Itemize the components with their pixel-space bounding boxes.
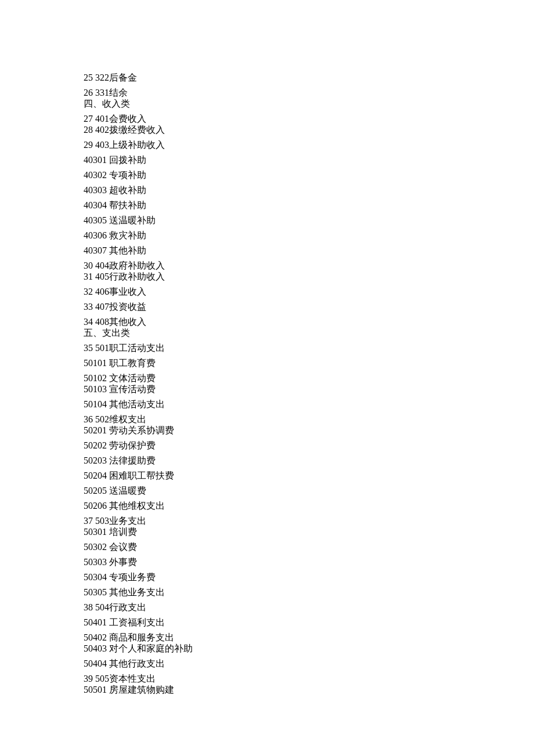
text-line: 50401 工资福利支出 xyxy=(84,618,534,627)
text-line: 40306 救灾补助 xyxy=(84,231,534,240)
text-line: 31 405行政补助收入 xyxy=(84,272,534,281)
text-line: 50303 外事费 xyxy=(84,558,534,567)
text-line: 50201 劳动关系协调费 xyxy=(84,426,534,435)
text-line: 40301 回拨补助 xyxy=(84,155,534,165)
text-line: 40303 超收补助 xyxy=(84,186,534,195)
text-line: 50501 房屋建筑物购建 xyxy=(84,685,534,694)
text-line: 33 407投资收益 xyxy=(84,302,534,312)
text-line: 28 402拨缴经费收入 xyxy=(84,125,534,135)
text-line: 30 404政府补助收入 xyxy=(84,261,534,270)
text-line: 50402 商品和服务支出 xyxy=(84,633,534,642)
text-line: 50204 困难职工帮扶费 xyxy=(84,471,534,480)
text-line: 50101 职工教育费 xyxy=(84,359,534,368)
text-line: 32 406事业收入 xyxy=(84,287,534,296)
text-line: 29 403上级补助收入 xyxy=(84,140,534,150)
text-line: 38 504行政支出 xyxy=(84,603,534,612)
text-line: 50206 其他维权支出 xyxy=(84,501,534,511)
text-line: 50302 会议费 xyxy=(84,542,534,552)
text-line: 37 503业务支出 xyxy=(84,516,534,526)
text-line: 40305 送温暖补助 xyxy=(84,216,534,225)
text-line: 25 322后备金 xyxy=(84,73,534,82)
text-line: 50205 送温暖费 xyxy=(84,486,534,495)
text-line: 五、支出类 xyxy=(84,328,534,338)
text-line: 36 502维权支出 xyxy=(84,415,534,424)
text-line: 50203 法律援助费 xyxy=(84,456,534,465)
text-line: 40307 其他补助 xyxy=(84,246,534,255)
text-line: 50202 劳动保护费 xyxy=(84,441,534,450)
text-line: 27 401会费收入 xyxy=(84,114,534,124)
text-line: 50301 培训费 xyxy=(84,527,534,537)
document-page: 25 322后备金26 331结余四、收入类27 401会费收入28 402拨缴… xyxy=(0,0,534,694)
text-line: 50305 其他业务支出 xyxy=(84,588,534,597)
text-line: 50404 其他行政支出 xyxy=(84,659,534,668)
text-line: 50104 其他活动支出 xyxy=(84,400,534,409)
text-line: 50403 对个人和家庭的补助 xyxy=(84,644,534,653)
text-line: 50103 宣传活动费 xyxy=(84,385,534,394)
text-line: 50102 文体活动费 xyxy=(84,374,534,383)
text-line: 39 505资本性支出 xyxy=(84,674,534,683)
text-line: 40302 专项补助 xyxy=(84,171,534,180)
text-line: 34 408其他收入 xyxy=(84,317,534,327)
text-line: 26 331结余 xyxy=(84,88,534,97)
text-line: 35 501职工活动支出 xyxy=(84,343,534,353)
text-line: 四、收入类 xyxy=(84,99,534,108)
text-line: 50304 专项业务费 xyxy=(84,573,534,582)
text-line: 40304 帮扶补助 xyxy=(84,201,534,210)
